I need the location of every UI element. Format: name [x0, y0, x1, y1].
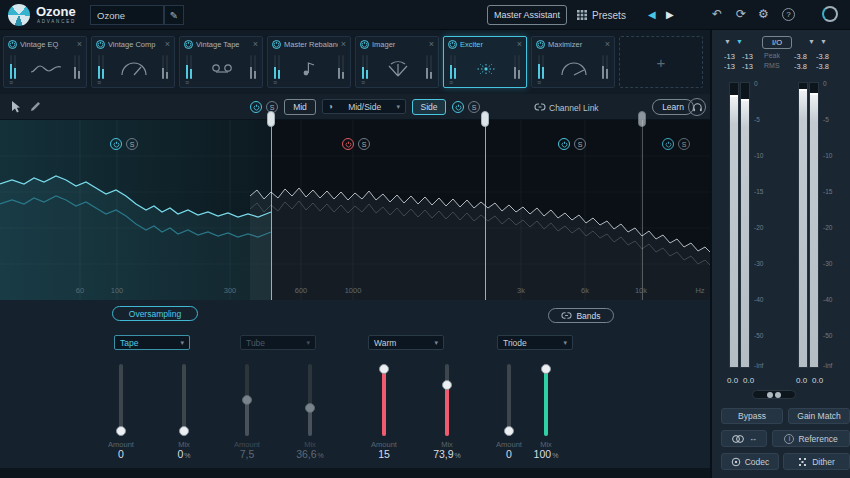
band2-mode-value: Tube [246, 338, 265, 348]
band3-mix-handle[interactable] [442, 380, 452, 390]
meter-option-icon[interactable]: ▼ [736, 38, 743, 45]
module-power-icon[interactable] [272, 40, 281, 49]
mid-button[interactable]: Mid [284, 99, 316, 115]
band1-mix-value: 0% [177, 448, 190, 460]
module-menu-icon[interactable]: ≡ [537, 79, 541, 86]
module-power-icon[interactable] [448, 40, 457, 49]
master-assistant-button[interactable]: Master Assistant [487, 5, 567, 25]
module-close-icon[interactable]: × [517, 40, 522, 49]
band2-mode-dropdown[interactable]: Tube ▾ [240, 335, 316, 350]
band4-amount-handle[interactable] [504, 426, 514, 436]
crossover-divider-1[interactable] [271, 120, 272, 300]
module-card-imager[interactable]: Imager× ≡ [355, 36, 439, 88]
band1-mode-dropdown[interactable]: Tape ▾ [114, 335, 190, 350]
add-module-slot[interactable]: + [619, 36, 703, 88]
band4-power-icon[interactable] [662, 138, 674, 150]
presets-button[interactable]: Presets [577, 5, 626, 25]
module-menu-icon[interactable]: ≡ [449, 79, 453, 86]
band1-mix-handle[interactable] [179, 426, 189, 436]
band2-power-icon[interactable] [342, 138, 354, 150]
reference-button[interactable]: i Reference [772, 430, 850, 447]
pointer-tool-icon[interactable] [9, 100, 22, 113]
module-power-icon[interactable] [8, 40, 17, 49]
module-power-icon[interactable] [536, 40, 545, 49]
module-close-icon[interactable]: × [165, 40, 170, 49]
oversampling-button[interactable]: Oversampling [112, 306, 198, 321]
band3-solo-button[interactable]: S [574, 138, 586, 150]
mid-power-icon[interactable] [250, 101, 262, 113]
module-menu-icon[interactable]: ≡ [97, 79, 101, 86]
band3-mode-dropdown[interactable]: Warm ▾ [368, 335, 444, 350]
module-close-icon[interactable]: × [341, 40, 346, 49]
module-label: Vintage Tape [196, 40, 250, 49]
stereo-gain-slider[interactable] [752, 390, 796, 399]
gain-slider-handle[interactable] [775, 392, 781, 398]
meter-option-icon[interactable]: ▼ [808, 38, 815, 45]
preset-edit-button[interactable]: ✎ [164, 5, 184, 25]
dither-button[interactable]: Dither [783, 453, 850, 470]
module-menu-icon[interactable]: ≡ [361, 79, 365, 86]
band4-solo-button[interactable]: S [678, 138, 690, 150]
dither-icon [798, 457, 808, 467]
band4-mode-dropdown[interactable]: Triode ▾ [497, 335, 573, 350]
band2-mix-handle[interactable] [305, 403, 315, 413]
crossover-divider-3[interactable] [642, 120, 643, 300]
crossover-handle-1[interactable] [267, 111, 275, 127]
module-menu-icon[interactable]: ≡ [185, 79, 189, 86]
channel-link-icon[interactable] [534, 101, 546, 113]
module-close-icon[interactable]: × [605, 40, 610, 49]
module-card-vintage-comp[interactable]: Vintage Comp× ≡ [91, 36, 175, 88]
module-power-icon[interactable] [184, 40, 193, 49]
preset-forward-icon[interactable]: ▶ [666, 9, 674, 20]
band1-solo-button[interactable]: S [126, 138, 138, 150]
band3-amount-handle[interactable] [379, 364, 389, 374]
preset-back-icon[interactable]: ◀ [648, 9, 656, 20]
module-card-exciter[interactable]: Exciter× ≡ [443, 36, 527, 88]
spectrum-display[interactable]: S S S S 60 100 300 600 1000 3k 6k 10k Hz [0, 120, 710, 300]
module-menu-icon[interactable]: ≡ [273, 79, 277, 86]
band1-amount-handle[interactable] [116, 426, 126, 436]
band4-mix-handle[interactable] [541, 364, 551, 374]
help-icon[interactable]: ? [782, 8, 795, 21]
band3-power-icon[interactable] [558, 138, 570, 150]
crossover-handle-2[interactable] [481, 111, 489, 127]
crossover-handle-3[interactable] [638, 111, 646, 127]
gain-match-button[interactable]: Gain Match [788, 408, 850, 424]
module-close-icon[interactable]: × [253, 40, 258, 49]
chevron-down-icon: ▾ [180, 339, 184, 347]
channel-mode-dropdown[interactable]: ◑ Mid/Side ▾ [322, 99, 406, 114]
history-icon[interactable]: ⟳ [736, 7, 746, 21]
module-card-master-rebalance[interactable]: Master Rebalance× ≡ [267, 36, 351, 88]
pen-tool-icon[interactable] [29, 100, 42, 113]
module-label: Imager [372, 40, 426, 49]
side-solo-button[interactable]: S [468, 101, 480, 113]
side-power-icon[interactable] [452, 101, 464, 113]
band1-power-icon[interactable] [110, 138, 122, 150]
module-card-vintage-tape[interactable]: Vintage Tape× ≡ [179, 36, 263, 88]
preset-name-field[interactable]: Ozone [90, 5, 164, 25]
module-card-vintage-eq[interactable]: Vintage EQ× ≡ [3, 36, 87, 88]
stereo-tools-button[interactable]: ↔ [721, 430, 767, 447]
gain-slider-handle[interactable] [767, 392, 773, 398]
io-mode-button[interactable]: I/O [762, 36, 792, 49]
module-close-icon[interactable]: × [77, 40, 82, 49]
band2-amount-handle[interactable] [242, 395, 252, 405]
undo-icon[interactable]: ↶ [712, 7, 722, 21]
headphone-icon[interactable] [688, 98, 706, 116]
module-close-icon[interactable]: × [429, 40, 434, 49]
meter-scale-label: 0 [823, 80, 827, 87]
bypass-button[interactable]: Bypass [721, 408, 783, 424]
module-power-icon[interactable] [360, 40, 369, 49]
module-power-icon[interactable] [96, 40, 105, 49]
module-card-maximizer[interactable]: Maximizer× ≡ [531, 36, 615, 88]
meter-option-icon[interactable]: ▼ [724, 38, 731, 45]
bands-button[interactable]: Bands [548, 308, 614, 323]
settings-gear-icon[interactable]: ⚙ [758, 7, 769, 21]
crossover-divider-2[interactable] [485, 120, 486, 300]
codec-button[interactable]: Codec [721, 453, 779, 470]
module-menu-icon[interactable]: ≡ [9, 79, 13, 86]
band2-solo-button[interactable]: S [358, 138, 370, 150]
side-button[interactable]: Side [412, 99, 446, 115]
meter-option-icon[interactable]: ▼ [820, 38, 827, 45]
output-peak-right: -3.8 [816, 52, 829, 61]
